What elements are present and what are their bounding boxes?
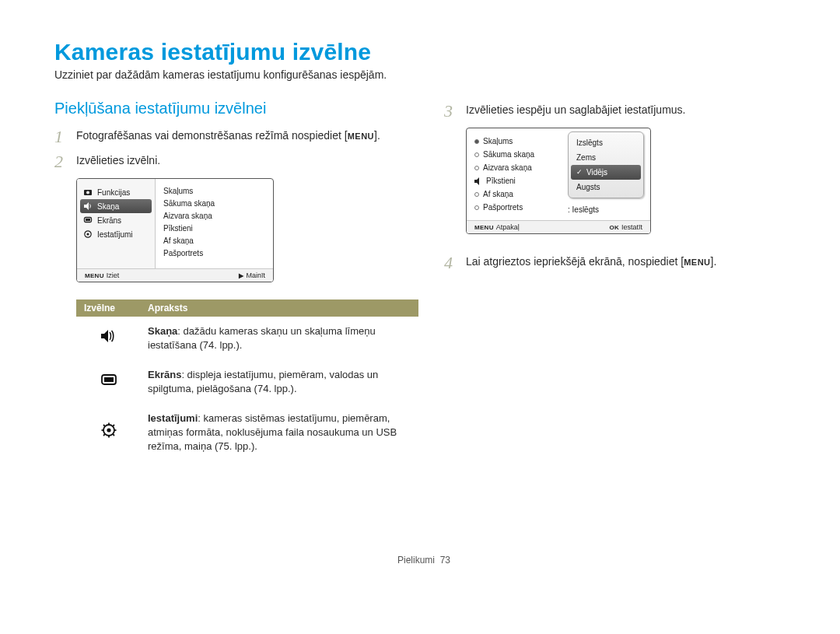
footer-section: Pielikumi xyxy=(397,555,435,566)
page-title: Kameras iestatījumu izvēlne xyxy=(54,39,793,65)
step-1: 1 Fotografēšanas vai demonstrēšanas režī… xyxy=(54,128,404,145)
step-2-text: Izvēlieties izvēlni. xyxy=(76,153,160,169)
table-cell-text: Ekrāns: displeja iestatījumu, piemēram, … xyxy=(148,369,378,394)
sound-icon xyxy=(76,317,140,360)
camera-menu-left-panel: Funkcijas Skaņa Ekrāns xyxy=(77,179,156,268)
camera-menu-item-funkcijas: Funkcijas xyxy=(77,185,155,199)
svg-line-16 xyxy=(103,425,105,426)
sound-icon xyxy=(474,177,482,185)
footer-key-menu: MENU xyxy=(474,224,494,231)
camera-option-screenshot: Skaļums Sākuma skaņa Aizvara skaņa Pīkst… xyxy=(466,128,651,234)
camera-menu-footer: MENUIziet ▶Mainīt xyxy=(77,268,273,282)
page-footer: Pielikumi 73 xyxy=(54,555,793,566)
table-header-desc: Apraksts xyxy=(140,299,418,317)
camera-menu-item-label: Iestatījumi xyxy=(97,230,133,239)
step-2: 2 Izvēlieties izvēlni. xyxy=(54,153,404,170)
camera-menu-item-iestatijumi: Iestatījumi xyxy=(77,227,155,241)
list-item: Pašportrets xyxy=(474,201,554,214)
menu-description-table: Izvēlne Apraksts Skaņa: dažādu kameras s… xyxy=(76,299,418,461)
volume-popup: Izslēgts Zems Vidējs Augsts xyxy=(568,131,644,198)
table-row: Skaņa: dažādu kameras skaņu un skaļuma l… xyxy=(76,317,418,360)
svg-point-1 xyxy=(86,191,89,194)
popup-option: Zems xyxy=(569,150,643,165)
camera-menu-item-ekrans: Ekrāns xyxy=(77,213,155,227)
svg-line-19 xyxy=(113,425,114,426)
step-number: 3 xyxy=(444,103,458,120)
camera-submenu-item: Pīkstieni xyxy=(163,222,265,235)
camera-icon xyxy=(83,187,93,197)
footer-label-exit: Iziet xyxy=(107,271,120,279)
camera-submenu-item: Aizvara skaņa xyxy=(163,210,265,222)
step-number: 4 xyxy=(444,254,458,271)
step-4-text-a: Lai atgrieztos iepriekšējā ekrānā, nospi… xyxy=(466,255,684,268)
list-item: Aizvara skaņa xyxy=(474,161,554,174)
table-cell-text: Skaņa: dažādu kameras skaņu un skaļuma l… xyxy=(148,325,376,351)
popup-option-selected: Vidējs xyxy=(571,165,641,180)
svg-marker-2 xyxy=(84,202,89,210)
list-item-value: : Ieslēgts xyxy=(560,204,599,214)
camera-submenu-item: Af skaņa xyxy=(163,235,265,247)
camera-menu-item-label: Ekrāns xyxy=(97,216,121,225)
popup-option: Izslēgts xyxy=(569,135,643,150)
svg-marker-7 xyxy=(101,330,108,342)
list-item: Pīkstieni xyxy=(474,174,554,187)
menu-key: MENU xyxy=(348,131,374,141)
camera-option-footer: MENUAtpakaļ OKIestatīt xyxy=(467,220,650,233)
sound-icon xyxy=(83,201,93,211)
footer-page-number: 73 xyxy=(440,555,450,566)
step-3: 3 Izvēlieties iespēju un saglabājiet ies… xyxy=(444,103,793,120)
footer-label-back: Atpakaļ xyxy=(496,223,520,231)
section-heading: Piekļūšana iestatījumu izvēlnei xyxy=(54,100,404,117)
svg-line-17 xyxy=(113,434,114,436)
svg-point-11 xyxy=(107,429,110,433)
footer-key-menu: MENU xyxy=(85,272,104,279)
list-item: Skaļums xyxy=(474,135,554,148)
footer-label-change: Mainīt xyxy=(246,271,265,279)
step-1-text-b: ]. xyxy=(374,129,380,142)
footer-label-set: Iestatīt xyxy=(621,223,642,231)
table-row: Ekrāns: displeja iestatījumu, piemēram, … xyxy=(76,360,418,404)
svg-rect-9 xyxy=(104,377,114,382)
step-3-text: Izvēlieties iespēju un saglabājiet iesta… xyxy=(466,103,686,118)
step-number: 1 xyxy=(54,128,68,145)
step-4-text-b: ]. xyxy=(711,255,717,268)
svg-line-18 xyxy=(103,434,105,436)
screen-icon xyxy=(83,215,93,225)
footer-key-right: ▶ xyxy=(239,272,243,279)
step-4: 4 Lai atgrieztos iepriekšējā ekrānā, nos… xyxy=(444,254,793,271)
popup-option: Augsts xyxy=(569,180,643,194)
page-intro: Uzziniet par dažādām kameras iestatījumu… xyxy=(54,68,793,81)
step-1-text-a: Fotografēšanas vai demonstrēšanas režīmā… xyxy=(76,129,348,142)
list-item: Af skaņa xyxy=(474,187,554,201)
svg-point-6 xyxy=(86,233,89,235)
camera-submenu-item: Pašportrets xyxy=(163,247,265,260)
camera-menu-right-panel: Skaļums Sākuma skaņa Aizvara skaņa Pīkst… xyxy=(156,179,273,268)
camera-submenu-item: Sākuma skaņa xyxy=(163,198,265,210)
gear-icon xyxy=(83,229,93,239)
svg-marker-20 xyxy=(474,177,479,185)
gear-icon xyxy=(76,404,140,461)
table-header-menu: Izvēlne xyxy=(76,299,140,317)
table-row: Iestatījumi: kameras sistēmas iestatījum… xyxy=(76,404,418,461)
step-number: 2 xyxy=(54,153,68,170)
table-cell-text: Iestatījumi: kameras sistēmas iestatījum… xyxy=(148,412,397,452)
camera-menu-item-label: Funkcijas xyxy=(97,188,130,197)
list-item: Sākuma skaņa xyxy=(474,148,554,161)
camera-menu-item-label: Skaņa xyxy=(97,202,119,211)
menu-key: MENU xyxy=(684,257,710,267)
camera-option-list: Skaļums Sākuma skaņa Aizvara skaņa Pīkst… xyxy=(467,128,560,220)
camera-submenu-item: Skaļums xyxy=(163,185,265,198)
camera-menu-screenshot: Funkcijas Skaņa Ekrāns xyxy=(76,178,274,282)
screen-icon xyxy=(76,360,140,404)
camera-menu-item-skana: Skaņa xyxy=(80,199,152,213)
footer-key-ok: OK xyxy=(609,224,619,231)
svg-rect-4 xyxy=(86,219,90,221)
